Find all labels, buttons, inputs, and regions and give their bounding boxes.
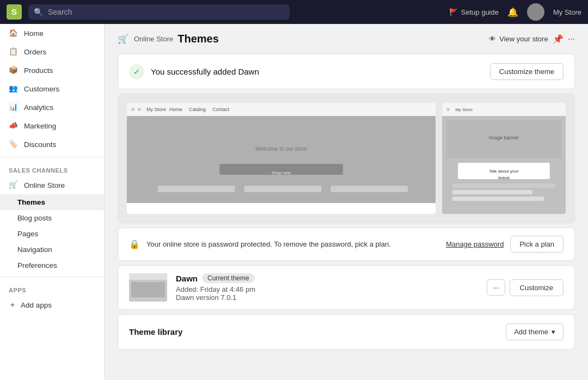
sidebar-item-navigation[interactable]: Navigation — [0, 242, 104, 258]
svg-text:Shop now: Shop now — [272, 170, 291, 175]
main-content: 🛒 Online Store Themes 👁 View your store … — [105, 24, 588, 380]
svg-rect-16 — [452, 197, 544, 201]
dawn-theme-info: Dawn Current theme Added: Friday at 4:46… — [176, 273, 478, 302]
success-check-icon: ✓ — [129, 64, 144, 79]
svg-rect-15 — [452, 190, 533, 194]
sales-channels-header: Sales channels — [0, 161, 104, 176]
notifications-button[interactable]: 🔔 — [507, 7, 518, 17]
svg-rect-6 — [158, 186, 235, 192]
desktop-preview-image: Welcome to our store Shop now — [127, 116, 436, 203]
search-icon: 🔍 — [34, 8, 43, 16]
dawn-name-row: Dawn Current theme — [176, 273, 478, 283]
products-icon: 📦 — [9, 65, 19, 75]
search-input[interactable] — [28, 4, 290, 20]
avatar — [527, 3, 544, 21]
svg-rect-7 — [244, 186, 322, 192]
add-apps-button[interactable]: ＋ Add apps — [0, 296, 104, 314]
svg-rect-8 — [330, 186, 408, 192]
eye-icon: 👁 — [489, 35, 496, 43]
dropdown-icon: ▾ — [552, 328, 555, 336]
pick-plan-button[interactable]: Pick a plan — [510, 236, 564, 253]
mobile-store-name: My Store — [455, 107, 473, 112]
current-theme-badge: Current theme — [202, 273, 255, 283]
success-left: ✓ You successfully added Dawn — [129, 64, 259, 79]
manage-password-button[interactable]: Manage password — [446, 240, 504, 248]
svg-text:Image banner: Image banner — [489, 135, 519, 140]
sidebar-item-online-store[interactable]: 🛒 Online Store — [0, 176, 104, 194]
view-store-button[interactable]: 👁 View your store — [489, 35, 548, 43]
orders-icon: 📋 — [9, 47, 19, 57]
svg-text:S: S — [11, 7, 17, 16]
success-banner: ✓ You successfully added Dawn Customize … — [118, 54, 575, 89]
dawn-theme-name: Dawn — [176, 274, 198, 283]
sidebar-divider — [0, 157, 104, 157]
sidebar-item-label-navigation: Navigation — [17, 246, 52, 254]
theme-library-section: Theme library Add theme ▾ — [118, 314, 575, 350]
sidebar-item-label-analytics: Analytics — [24, 103, 53, 112]
plus-icon: ＋ — [9, 300, 16, 310]
lock-icon: 🔒 — [129, 239, 140, 249]
password-warning-text: Your online store is password protected.… — [146, 240, 439, 248]
theme-preview-card: My Store Home Catalog Contact Welcome to… — [118, 94, 575, 223]
sidebar-item-blog-posts[interactable]: Blog posts — [0, 210, 104, 226]
dawn-added-text: Added: Friday at 4:46 pm — [176, 285, 478, 293]
topbar-right: 🚩 Setup guide 🔔 My Store — [449, 3, 581, 21]
content-header-left: 🛒 Online Store — [118, 34, 173, 45]
mobile-preview-image: Image banner Talk about your brand — [446, 120, 561, 207]
svg-rect-18 — [129, 273, 167, 280]
more-options-button[interactable]: ··· — [568, 34, 575, 44]
sidebar-item-preferences[interactable]: Preferences — [0, 258, 104, 273]
sidebar-item-label-blog-posts: Blog posts — [17, 214, 52, 222]
svg-text:Talk about your: Talk about your — [489, 169, 519, 174]
store-name: My Store — [553, 8, 581, 16]
content-header: 🛒 Online Store Themes 👁 View your store … — [105, 24, 588, 50]
success-message: You successfully added Dawn — [151, 67, 259, 76]
sidebar-item-pages[interactable]: Pages — [0, 226, 104, 242]
svg-rect-19 — [131, 282, 165, 297]
sidebar-item-marketing[interactable]: 📣 Marketing — [0, 117, 104, 135]
view-store-label: View your store — [499, 35, 548, 43]
desktop-preview-content: Welcome to our store Shop now — [127, 116, 436, 203]
pin-button[interactable]: 📌 — [553, 34, 564, 44]
analytics-icon: 📊 — [9, 102, 19, 112]
sidebar-item-label-discounts: Discounts — [24, 140, 56, 149]
desktop-preview: My Store Home Catalog Contact Welcome to… — [127, 103, 436, 214]
more-icon: ··· — [568, 34, 575, 44]
nav-contact: Contact — [212, 107, 229, 112]
sidebar-item-orders[interactable]: 📋 Orders — [0, 42, 104, 61]
dawn-customize-button[interactable]: Customize — [510, 279, 564, 296]
customize-theme-button[interactable]: Customize theme — [490, 63, 564, 80]
sidebar-item-themes[interactable]: Themes — [0, 194, 104, 210]
mobile-preview: My Store Image banner Talk about your br… — [442, 103, 566, 214]
sidebar-item-label-customers: Customers — [24, 85, 59, 93]
sidebar-item-discounts[interactable]: 🏷️ Discounts — [0, 135, 104, 154]
dawn-more-options-button[interactable]: ··· — [487, 279, 505, 296]
preview-topbar: My Store Home Catalog Contact — [127, 103, 436, 116]
add-theme-label: Add theme — [514, 328, 548, 336]
preview-nav: Home Catalog Contact — [169, 107, 229, 112]
dawn-theme-row: Dawn Current theme Added: Friday at 4:46… — [118, 265, 575, 310]
customers-icon: 👥 — [9, 84, 19, 94]
sidebar-item-products[interactable]: 📦 Products — [0, 61, 104, 79]
mobile-content-area: Image banner Talk about your brand — [442, 116, 566, 214]
add-theme-button[interactable]: Add theme ▾ — [506, 323, 564, 340]
nav-home: Home — [169, 107, 182, 112]
setup-guide-button[interactable]: 🚩 Setup guide — [449, 8, 499, 16]
preview-dot-2 — [138, 108, 141, 111]
svg-text:Welcome to our store: Welcome to our store — [255, 146, 307, 152]
theme-library-title: Theme library — [129, 327, 182, 336]
sidebar-divider-2 — [0, 277, 104, 277]
dawn-thumbnail-image — [129, 273, 167, 302]
mobile-preview-topbar: My Store — [442, 103, 566, 116]
logo: S — [7, 4, 22, 20]
discounts-icon: 🏷️ — [9, 139, 19, 149]
sidebar-item-home[interactable]: 🏠 Home — [0, 24, 104, 42]
search-bar[interactable]: 🔍 — [28, 4, 290, 20]
breadcrumb: Online Store — [134, 35, 173, 43]
svg-rect-14 — [452, 183, 556, 188]
shopify-logo-icon: S — [7, 4, 22, 20]
preview-dot-1 — [131, 108, 134, 111]
sidebar-item-label-home: Home — [24, 29, 44, 38]
sidebar-item-analytics[interactable]: 📊 Analytics — [0, 98, 104, 117]
sidebar-item-customers[interactable]: 👥 Customers — [0, 79, 104, 98]
